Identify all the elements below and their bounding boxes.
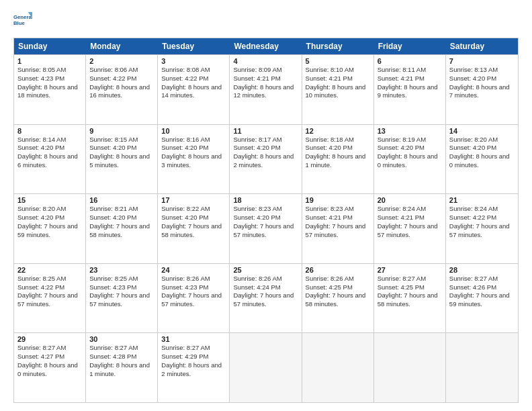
sunset-line: Sunset: 4:27 PM: [17, 353, 82, 361]
sunset-line: Sunset: 4:20 PM: [89, 144, 154, 152]
day-number: 9: [89, 127, 154, 135]
sunrise-line: Sunrise: 8:19 AM: [378, 136, 442, 144]
calendar-row: 29 Sunrise: 8:27 AM Sunset: 4:27 PM Dayl…: [14, 332, 518, 402]
sunrise-line: Sunrise: 8:26 AM: [233, 275, 298, 283]
day-number: 2: [89, 57, 154, 65]
calendar-cell: 3 Sunrise: 8:08 AM Sunset: 4:22 PM Dayli…: [158, 55, 230, 124]
day-number: 4: [233, 57, 298, 65]
daylight-line: Daylight: 7 hours and 58 minutes.: [89, 222, 154, 240]
calendar-cell: 6 Sunrise: 8:11 AM Sunset: 4:21 PM Dayli…: [374, 55, 446, 124]
sunrise-line: Sunrise: 8:06 AM: [89, 66, 154, 75]
day-number: 23: [89, 266, 154, 274]
daylight-line: Daylight: 8 hours and 7 minutes.: [449, 83, 515, 101]
day-number: 21: [449, 196, 515, 204]
sunset-line: Sunset: 4:20 PM: [233, 214, 298, 222]
day-number: 12: [306, 127, 370, 135]
daylight-line: Daylight: 8 hours and 2 minutes.: [233, 152, 298, 170]
sunset-line: Sunset: 4:22 PM: [161, 75, 226, 83]
logo: General Blue: [13, 12, 32, 31]
day-number: 3: [161, 57, 226, 65]
sunrise-line: Sunrise: 8:22 AM: [161, 205, 226, 214]
calendar-cell: 28 Sunrise: 8:27 AM Sunset: 4:26 PM Dayl…: [446, 264, 518, 333]
calendar-cell: 14 Sunrise: 8:20 AM Sunset: 4:20 PM Dayl…: [446, 125, 518, 194]
sunrise-line: Sunrise: 8:23 AM: [306, 205, 370, 214]
sunset-line: Sunset: 4:23 PM: [89, 283, 154, 292]
calendar-cell: 17 Sunrise: 8:22 AM Sunset: 4:20 PM Dayl…: [158, 194, 230, 263]
day-number: 18: [233, 196, 298, 204]
calendar-cell: 27 Sunrise: 8:27 AM Sunset: 4:25 PM Dayl…: [374, 264, 446, 333]
daylight-line: Daylight: 7 hours and 58 minutes.: [306, 291, 370, 309]
sunrise-line: Sunrise: 8:09 AM: [233, 66, 298, 75]
day-of-week-header: Thursday: [302, 38, 374, 54]
daylight-line: Daylight: 7 hours and 58 minutes.: [378, 291, 442, 309]
calendar-row: 1 Sunrise: 8:05 AM Sunset: 4:23 PM Dayli…: [14, 54, 518, 124]
sunrise-line: Sunrise: 8:10 AM: [306, 66, 370, 75]
daylight-line: Daylight: 8 hours and 10 minutes.: [306, 83, 370, 101]
calendar-cell: 31 Sunrise: 8:27 AM Sunset: 4:29 PM Dayl…: [158, 333, 230, 402]
daylight-line: Daylight: 7 hours and 57 minutes.: [233, 222, 298, 240]
calendar-row: 15 Sunrise: 8:20 AM Sunset: 4:20 PM Dayl…: [14, 193, 518, 263]
sunset-line: Sunset: 4:23 PM: [17, 75, 82, 83]
calendar-cell: 13 Sunrise: 8:19 AM Sunset: 4:20 PM Dayl…: [374, 125, 446, 194]
calendar-cell: 29 Sunrise: 8:27 AM Sunset: 4:27 PM Dayl…: [14, 333, 86, 402]
day-number: 19: [306, 196, 370, 204]
day-number: 28: [449, 266, 515, 274]
sunset-line: Sunset: 4:20 PM: [449, 144, 515, 152]
day-number: 27: [378, 266, 442, 274]
sunrise-line: Sunrise: 8:20 AM: [17, 205, 82, 214]
calendar-cell: 12 Sunrise: 8:18 AM Sunset: 4:20 PM Dayl…: [302, 125, 374, 194]
calendar-cell: 25 Sunrise: 8:26 AM Sunset: 4:24 PM Dayl…: [230, 264, 302, 333]
calendar-row: 8 Sunrise: 8:14 AM Sunset: 4:20 PM Dayli…: [14, 124, 518, 194]
day-number: 10: [161, 127, 226, 135]
sunrise-line: Sunrise: 8:24 AM: [378, 205, 442, 214]
daylight-line: Daylight: 7 hours and 57 minutes.: [89, 291, 154, 309]
daylight-line: Daylight: 7 hours and 57 minutes.: [233, 291, 298, 309]
day-number: 30: [89, 335, 154, 343]
daylight-line: Daylight: 7 hours and 57 minutes.: [17, 291, 82, 309]
day-of-week-header: Monday: [86, 38, 158, 54]
daylight-line: Daylight: 7 hours and 57 minutes.: [378, 222, 442, 240]
day-number: 16: [89, 196, 154, 204]
sunset-line: Sunset: 4:21 PM: [233, 75, 298, 83]
calendar-header: SundayMondayTuesdayWednesdayThursdayFrid…: [14, 38, 518, 54]
calendar-cell: 16 Sunrise: 8:21 AM Sunset: 4:20 PM Dayl…: [86, 194, 158, 263]
day-number: 8: [17, 127, 82, 135]
sunset-line: Sunset: 4:21 PM: [306, 75, 370, 83]
calendar-cell: 1 Sunrise: 8:05 AM Sunset: 4:23 PM Dayli…: [14, 55, 86, 124]
sunset-line: Sunset: 4:20 PM: [449, 75, 515, 83]
header: General Blue: [13, 12, 519, 31]
sunset-line: Sunset: 4:20 PM: [17, 214, 82, 222]
sunset-line: Sunset: 4:20 PM: [378, 144, 442, 152]
daylight-line: Daylight: 8 hours and 6 minutes.: [17, 152, 82, 170]
sunrise-line: Sunrise: 8:21 AM: [89, 205, 154, 214]
sunrise-line: Sunrise: 8:20 AM: [449, 136, 515, 144]
daylight-line: Daylight: 8 hours and 0 minutes.: [449, 152, 515, 170]
calendar-cell: 7 Sunrise: 8:13 AM Sunset: 4:20 PM Dayli…: [446, 55, 518, 124]
sunrise-line: Sunrise: 8:27 AM: [89, 344, 154, 353]
sunset-line: Sunset: 4:21 PM: [378, 75, 442, 83]
calendar-cell: 24 Sunrise: 8:26 AM Sunset: 4:23 PM Dayl…: [158, 264, 230, 333]
sunset-line: Sunset: 4:20 PM: [233, 144, 298, 152]
daylight-line: Daylight: 7 hours and 59 minutes.: [449, 291, 515, 309]
daylight-line: Daylight: 8 hours and 2 minutes.: [161, 361, 226, 379]
day-number: 22: [17, 266, 82, 274]
day-number: 15: [17, 196, 82, 204]
daylight-line: Daylight: 7 hours and 58 minutes.: [161, 222, 226, 240]
sunrise-line: Sunrise: 8:23 AM: [233, 205, 298, 214]
sunrise-line: Sunrise: 8:13 AM: [449, 66, 515, 75]
day-number: 24: [161, 266, 226, 274]
calendar-cell: 26 Sunrise: 8:26 AM Sunset: 4:25 PM Dayl…: [302, 264, 374, 333]
sunrise-line: Sunrise: 8:27 AM: [449, 275, 515, 283]
sunrise-line: Sunrise: 8:27 AM: [161, 344, 226, 353]
day-of-week-header: Tuesday: [158, 38, 230, 54]
sunset-line: Sunset: 4:28 PM: [89, 353, 154, 361]
calendar-cell: 5 Sunrise: 8:10 AM Sunset: 4:21 PM Dayli…: [302, 55, 374, 124]
day-number: 17: [161, 196, 226, 204]
calendar-cell: 8 Sunrise: 8:14 AM Sunset: 4:20 PM Dayli…: [14, 125, 86, 194]
sunset-line: Sunset: 4:21 PM: [306, 214, 370, 222]
sunrise-line: Sunrise: 8:05 AM: [17, 66, 82, 75]
calendar-cell: 18 Sunrise: 8:23 AM Sunset: 4:20 PM Dayl…: [230, 194, 302, 263]
calendar-cell: [302, 333, 374, 402]
sunrise-line: Sunrise: 8:26 AM: [161, 275, 226, 283]
sunrise-line: Sunrise: 8:18 AM: [306, 136, 370, 144]
